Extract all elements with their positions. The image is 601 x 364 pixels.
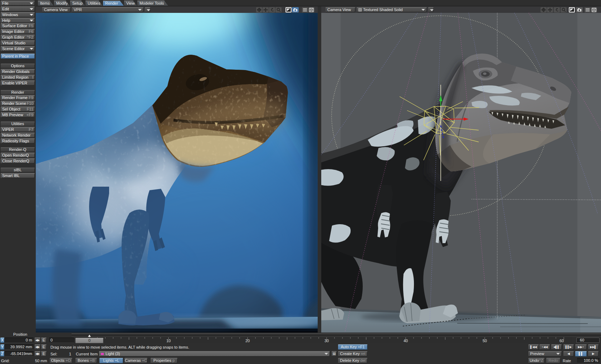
svg-text:50: 50	[483, 339, 487, 343]
svg-text:60: 60	[560, 339, 564, 343]
svg-text:10: 10	[166, 339, 171, 343]
svg-text:40: 40	[404, 339, 408, 343]
svg-text:20: 20	[245, 339, 250, 343]
svg-text:30: 30	[324, 339, 329, 343]
